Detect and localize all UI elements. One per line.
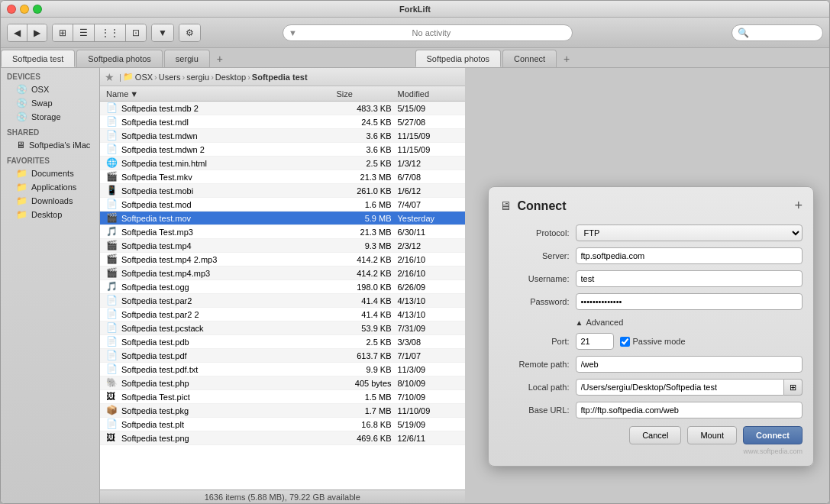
sidebar-item-applications[interactable]: 📁 Applications: [2, 180, 98, 194]
view-dropdown-button[interactable]: ▼: [152, 24, 173, 41]
breadcrumb-sergiu[interactable]: sergiu: [186, 73, 209, 82]
file-row[interactable]: 📄Softpedia test.plt16.8 KB5/19/09: [100, 418, 465, 431]
tab-softpedia-test[interactable]: Softpedia test: [1, 50, 75, 67]
file-row[interactable]: 📄Softpedia test.mdl24.5 KB5/27/08: [100, 115, 465, 129]
file-icon: 🖼: [106, 391, 118, 403]
file-row[interactable]: 📄Softpedia test.pdf.txt9.9 KB11/3/09: [100, 363, 465, 376]
view-grid-button[interactable]: ⊞: [53, 24, 73, 41]
file-icon: 📄: [106, 295, 118, 307]
toolbar: ◀ ▶ ⊞ ☰ ⋮⋮ ⊡ ▼ ⚙ ▼ 🔍: [1, 18, 829, 48]
shared-header: SHARED: [1, 124, 99, 138]
add-tab-left-button[interactable]: +: [212, 50, 228, 67]
file-row[interactable]: 📄Softpedia test.pcstack53.9 KB7/31/09: [100, 321, 465, 335]
tab-softpedia-photos[interactable]: Softpedia photos: [76, 50, 163, 67]
breadcrumb-osx[interactable]: 📁 OSX: [123, 72, 153, 82]
file-row[interactable]: 🎵Softpedia Test.mp321.3 MB6/30/11: [100, 225, 465, 239]
file-icon: 🌐: [106, 157, 118, 170]
view-cols-button[interactable]: ⋮⋮: [95, 24, 126, 41]
forward-button[interactable]: ▶: [27, 24, 47, 41]
file-row[interactable]: 📄Softpedia test.mdwn 23.6 KB11/15/09: [100, 143, 465, 157]
file-size: 41.4 KB: [337, 296, 398, 305]
sidebar-item-downloads[interactable]: 📁 Downloads: [2, 194, 98, 208]
file-modified: 11/3/09: [398, 365, 459, 374]
sidebar-item-osx[interactable]: 💿 OSX: [2, 82, 98, 96]
view-cover-button[interactable]: ⊡: [126, 24, 146, 41]
maximize-button[interactable]: [33, 5, 42, 14]
base-url-label: Base URL:: [499, 405, 576, 415]
sidebar-item-swap[interactable]: 💿 Swap: [2, 96, 98, 110]
breadcrumb-users[interactable]: Users: [159, 73, 181, 82]
back-button[interactable]: ◀: [8, 24, 27, 41]
file-row[interactable]: 📄Softpedia test.par241.4 KB4/13/10: [100, 294, 465, 308]
downloads-icon: 📁: [16, 195, 27, 206]
username-input[interactable]: [576, 270, 803, 287]
col-header-size[interactable]: Size: [337, 89, 398, 99]
file-row[interactable]: 🎬Softpedia test.mp4 2.mp3414.2 KB2/16/10: [100, 253, 465, 267]
file-row[interactable]: 📄Softpedia test.mdb 2483.3 KB5/15/09: [100, 102, 465, 115]
file-row[interactable]: 🎬Softpedia test.mov5.9 MBYesterday: [100, 212, 465, 225]
tab-right-softpedia-photos[interactable]: Softpedia photos: [415, 50, 502, 67]
col-header-modified[interactable]: Modified: [398, 89, 459, 99]
file-size: 21.3 MB: [337, 228, 398, 237]
file-row[interactable]: 🖼Softpedia Test.pict1.5 MB7/10/09: [100, 390, 465, 404]
file-row[interactable]: 🎵Softpedia test.ogg198.0 KB6/26/09: [100, 280, 465, 294]
cancel-button[interactable]: Cancel: [629, 426, 681, 444]
password-input[interactable]: [576, 293, 803, 310]
browse-button[interactable]: ⊞: [784, 379, 803, 396]
activity-input[interactable]: [283, 24, 573, 41]
action-button[interactable]: ⚙: [179, 24, 200, 41]
file-row[interactable]: 🐘Softpedia test.php405 bytes8/10/09: [100, 376, 465, 390]
col-header-name[interactable]: Name ▼: [106, 89, 337, 99]
file-row[interactable]: 📦Softpedia test.pkg1.7 MB11/10/09: [100, 404, 465, 418]
sidebar-item-imac[interactable]: 🖥 Softpedia's iMac: [2, 138, 98, 152]
protocol-select[interactable]: FTPSFTPFTPWebDAV: [576, 225, 803, 241]
file-modified: 5/15/09: [398, 104, 459, 113]
file-row[interactable]: 🌐Softpedia test.min.html2.5 KB1/3/12: [100, 157, 465, 170]
tab-right-connect[interactable]: Connect: [502, 50, 557, 67]
file-row[interactable]: 📄Softpedia test.pdb2.5 KB3/3/08: [100, 335, 465, 349]
advanced-toggle[interactable]: ▲ Advanced: [499, 316, 803, 328]
file-row[interactable]: 📄Softpedia test.mod1.6 MB7/4/07: [100, 198, 465, 212]
breadcrumb-desktop[interactable]: Desktop: [215, 73, 246, 82]
file-icon: 📄: [106, 322, 118, 334]
file-size: 1.7 MB: [337, 406, 398, 415]
add-tab-right-button[interactable]: +: [558, 50, 575, 67]
sidebar-item-desktop[interactable]: 📁 Desktop: [2, 208, 98, 221]
dialog-title: Connect: [518, 199, 567, 213]
star-icon[interactable]: ★: [105, 71, 115, 83]
passive-mode-checkbox[interactable]: [620, 337, 630, 347]
file-row[interactable]: 📄Softpedia test.mdwn3.6 KB11/15/09: [100, 129, 465, 143]
sidebar-item-storage[interactable]: 💿 Storage: [2, 110, 98, 124]
port-input[interactable]: [576, 333, 614, 350]
file-row[interactable]: 🖼Softpedia test.png469.6 KB12/6/11: [100, 431, 465, 445]
passive-mode-label: Passive mode: [633, 337, 686, 346]
applications-icon: 📁: [16, 182, 27, 192]
file-list[interactable]: 📄Softpedia test.mdb 2483.3 KB5/15/09📄Sof…: [100, 102, 465, 489]
dialog-footer: www.softpedia.com: [499, 447, 803, 455]
connect-button[interactable]: Connect: [743, 426, 803, 444]
file-size: 2.5 KB: [337, 338, 398, 347]
server-input[interactable]: [576, 247, 803, 264]
sidebar-item-documents[interactable]: 📁 Documents: [2, 166, 98, 180]
file-icon: 📄: [106, 130, 118, 142]
file-row[interactable]: 🎬Softpedia Test.mkv21.3 MB6/7/08: [100, 170, 465, 184]
local-path-input[interactable]: [576, 379, 785, 396]
file-row[interactable]: 📱Softpedia test.mobi261.0 KB1/6/12: [100, 184, 465, 198]
file-modified: 1/6/12: [398, 186, 459, 195]
view-list-button[interactable]: ☰: [73, 24, 95, 41]
dialog-title-row: 🖥 Connect: [499, 199, 567, 213]
mount-button[interactable]: Mount: [687, 426, 737, 444]
add-connection-button[interactable]: +: [794, 198, 803, 214]
window-title: ForkLift: [399, 5, 431, 14]
file-row[interactable]: 📄Softpedia test.par2 241.4 KB4/13/10: [100, 308, 465, 321]
base-url-input[interactable]: [576, 402, 803, 418]
close-button[interactable]: [7, 5, 16, 14]
tab-sergiu[interactable]: sergiu: [164, 50, 210, 67]
minimize-button[interactable]: [20, 5, 29, 14]
file-row[interactable]: 🎬Softpedia test.mp49.3 MB2/3/12: [100, 239, 465, 253]
file-row[interactable]: 🎬Softpedia test.mp4.mp3414.2 KB2/16/10: [100, 267, 465, 280]
file-modified: Yesterday: [398, 214, 459, 223]
breadcrumb-softpedia-test[interactable]: Softpedia test: [252, 73, 308, 82]
remote-path-input[interactable]: [576, 356, 803, 373]
file-row[interactable]: 📄Softpedia test.pdf613.7 KB7/1/07: [100, 349, 465, 363]
